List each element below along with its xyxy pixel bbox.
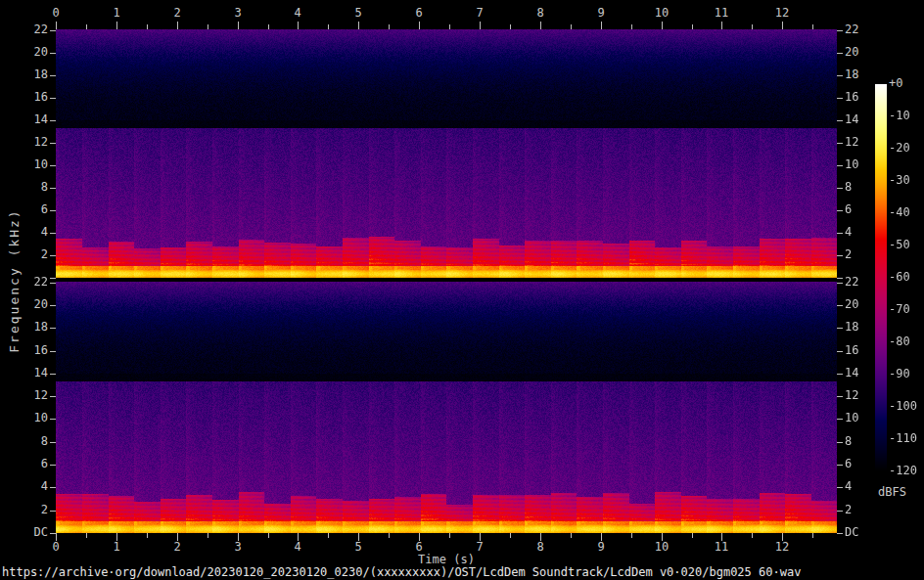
freq-tick-label-right: 12 (845, 136, 889, 149)
time-tick-label-top: 8 (521, 7, 560, 20)
time-minor-tick-bottom (147, 533, 148, 538)
freq-tick-label-left: 10 (6, 412, 48, 424)
freq-tick-label-right: 16 (845, 344, 889, 357)
freq-tick-label-right: 20 (845, 46, 889, 59)
freq-tick-label-left: 12 (6, 389, 48, 402)
colorbar-tick-label: -10 (889, 110, 924, 122)
freq-tick-right (837, 120, 843, 121)
freq-tick-label-right: 8 (845, 435, 889, 448)
time-tick-label-bottom: 7 (460, 541, 499, 554)
time-major-tick-top (480, 22, 481, 29)
time-minor-tick-top (752, 24, 753, 29)
time-minor-tick-top (268, 24, 269, 29)
time-tick-label-bottom: 12 (762, 541, 802, 554)
colorbar-tick-label: -30 (889, 174, 924, 187)
freq-tick-right (837, 511, 843, 512)
time-tick-label-bottom: 9 (581, 541, 621, 554)
spectrogram-figure: Frequency (kHz) Time (s) dBFS https://ar… (0, 0, 924, 580)
time-tick-label-top: 4 (278, 7, 317, 20)
time-tick-label-top: 1 (97, 7, 136, 20)
colorbar-tick-label: -80 (889, 335, 924, 348)
freq-tick-label-right: 14 (845, 113, 889, 126)
time-minor-tick-bottom (449, 533, 450, 538)
freq-tick-left (50, 442, 56, 443)
time-minor-tick-top (328, 24, 329, 29)
time-tick-label-top: 11 (702, 7, 741, 20)
freq-tick-label-right: 22 (845, 23, 889, 36)
freq-tick-label-left: 20 (6, 298, 48, 311)
time-tick-label-bottom: 6 (399, 541, 439, 554)
time-tick-label-top: 10 (642, 7, 681, 20)
freq-tick-label-left: 2 (6, 248, 48, 261)
freq-tick-label-right: 14 (845, 367, 889, 379)
colorbar-tick-label: -90 (889, 368, 924, 380)
time-major-tick-top (358, 22, 359, 29)
time-minor-tick-top (692, 24, 693, 29)
freq-tick-right (837, 143, 843, 144)
freq-tick-label-right: 2 (845, 504, 889, 516)
colorbar-tick-label: -120 (889, 465, 924, 477)
freq-tick-left (50, 305, 56, 306)
time-minor-tick-top (510, 24, 511, 29)
freq-tick-label-left: 18 (6, 321, 48, 334)
time-major-tick-top (601, 22, 602, 29)
freq-tick-right (837, 396, 843, 397)
freq-tick-label-left: 18 (6, 68, 48, 81)
freq-tick-left (50, 465, 56, 466)
freq-tick-label-right: 22 (845, 276, 889, 289)
time-tick-label-bottom: 4 (278, 541, 317, 554)
freq-tick-left (50, 419, 56, 420)
time-minor-tick-top (389, 24, 390, 29)
time-tick-label-top: 3 (218, 7, 257, 20)
freq-tick-label-right: 16 (845, 91, 889, 104)
time-minor-tick-bottom (268, 533, 269, 538)
freq-tick-label-right: 6 (845, 203, 889, 216)
freq-tick-right (837, 305, 843, 306)
time-major-tick-top (298, 22, 299, 29)
freq-tick-right (837, 487, 843, 488)
freq-tick-left (50, 165, 56, 166)
freq-tick-label-left: 10 (6, 158, 48, 171)
time-tick-label-bottom: 0 (36, 541, 75, 554)
freq-tick-label-right: 10 (845, 158, 889, 171)
time-major-tick-top (177, 22, 178, 29)
freq-tick-label-right: 4 (845, 480, 889, 493)
time-minor-tick-bottom (692, 533, 693, 538)
time-minor-tick-bottom (631, 533, 632, 538)
colorbar-tick-label: -100 (889, 400, 924, 413)
freq-tick-label-left: 22 (6, 276, 48, 289)
time-minor-tick-bottom (328, 533, 329, 538)
freq-tick-right (837, 351, 843, 352)
colorbar-tick-label: -60 (889, 271, 924, 284)
time-major-tick-top (662, 22, 663, 29)
time-tick-label-bottom: 8 (521, 541, 560, 554)
freq-tick-label-right: 4 (845, 226, 889, 239)
colorbar-tick-label: -40 (889, 206, 924, 219)
time-tick-label-bottom: 3 (218, 541, 257, 554)
freq-tick-right (837, 30, 843, 31)
time-major-tick-top (116, 22, 117, 29)
freq-tick-right (837, 442, 843, 443)
freq-dc-label-right: DC (845, 526, 889, 539)
freq-tick-label-left: 8 (6, 435, 48, 448)
time-minor-tick-top (86, 24, 87, 29)
freq-tick-label-left: 4 (6, 480, 48, 493)
time-major-tick-top (238, 22, 239, 29)
freq-tick-left (50, 487, 56, 488)
time-major-tick-top (540, 22, 541, 29)
freq-tick-left (50, 210, 56, 211)
time-tick-label-top: 0 (36, 7, 75, 20)
freq-dc-tick-right (837, 278, 843, 279)
time-minor-tick-top (812, 24, 813, 29)
freq-tick-label-left: 22 (6, 23, 48, 36)
time-minor-tick-top (571, 24, 572, 29)
freq-tick-right (837, 165, 843, 166)
time-minor-tick-bottom (571, 533, 572, 538)
freq-tick-left (50, 328, 56, 329)
time-tick-label-bottom: 11 (702, 541, 741, 554)
time-minor-tick-bottom (389, 533, 390, 538)
freq-tick-left (50, 255, 56, 256)
colorbar-tick-label: -50 (889, 239, 924, 251)
freq-tick-label-left: 12 (6, 136, 48, 149)
freq-tick-left (50, 351, 56, 352)
